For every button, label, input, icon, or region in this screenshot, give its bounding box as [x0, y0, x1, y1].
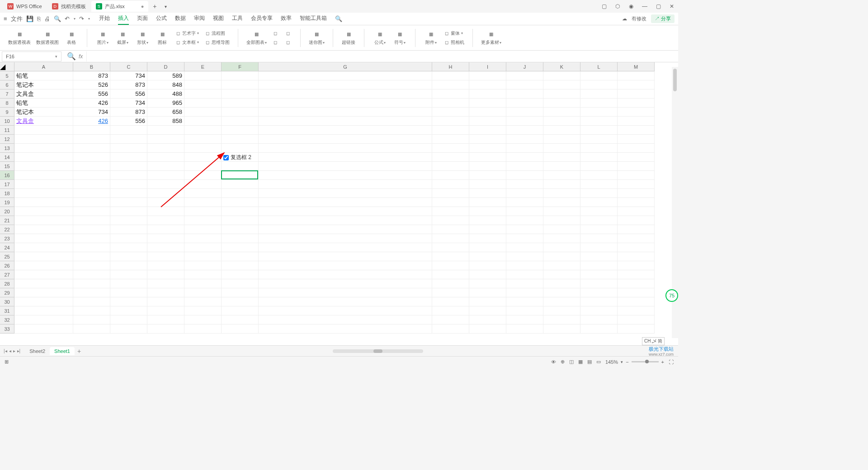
cell[interactable]	[184, 162, 222, 171]
cell[interactable]	[14, 279, 73, 288]
cell[interactable]	[469, 243, 506, 252]
cell[interactable]	[543, 225, 580, 234]
cell[interactable]	[14, 315, 73, 324]
cell[interactable]	[580, 108, 618, 117]
cell[interactable]	[432, 108, 469, 117]
ribbon-button[interactable]: ◻	[270, 38, 281, 47]
cell[interactable]	[580, 315, 618, 324]
cell[interactable]	[184, 108, 222, 117]
user-avatar-icon[interactable]: ◉	[627, 3, 635, 10]
cell[interactable]: 铅笔	[14, 99, 73, 108]
cell[interactable]	[469, 99, 506, 108]
sheet-last-icon[interactable]: ▸|	[17, 348, 21, 353]
cell[interactable]	[469, 306, 506, 315]
floating-badge[interactable]: 75	[665, 289, 678, 302]
row-header[interactable]: 5	[0, 71, 14, 80]
cell[interactable]	[618, 108, 655, 117]
cell[interactable]	[432, 279, 469, 288]
cell[interactable]	[432, 162, 469, 171]
row-header[interactable]: 26	[0, 261, 14, 270]
row-header[interactable]: 15	[0, 162, 14, 171]
column-header[interactable]: G	[259, 62, 432, 71]
cell[interactable]	[432, 126, 469, 135]
ribbon-tab[interactable]: 会员专享	[251, 13, 273, 25]
cell[interactable]	[14, 153, 73, 162]
column-header[interactable]: H	[432, 62, 469, 71]
cell[interactable]: 铅笔	[14, 71, 73, 80]
column-header[interactable]: E	[184, 62, 222, 71]
cell[interactable]	[469, 207, 506, 216]
cell[interactable]	[469, 189, 506, 198]
cell[interactable]	[543, 207, 580, 216]
cell[interactable]	[543, 126, 580, 135]
cell[interactable]	[506, 270, 543, 279]
ribbon-tab[interactable]: 公式	[156, 13, 167, 25]
cell[interactable]	[618, 225, 655, 234]
cell[interactable]	[184, 135, 222, 144]
cell[interactable]	[618, 243, 655, 252]
cell[interactable]	[506, 126, 543, 135]
ribbon-tab[interactable]: 开始	[99, 13, 110, 25]
row-header[interactable]: 10	[0, 117, 14, 126]
cell[interactable]	[580, 279, 618, 288]
cell[interactable]	[506, 89, 543, 99]
cell[interactable]	[506, 135, 543, 144]
cell[interactable]	[259, 89, 432, 99]
cell[interactable]	[469, 270, 506, 279]
cell[interactable]	[222, 117, 259, 126]
cell[interactable]	[259, 207, 432, 216]
cell[interactable]	[222, 324, 259, 334]
cell[interactable]	[184, 189, 222, 198]
row-header[interactable]: 11	[0, 126, 14, 135]
cell[interactable]	[147, 126, 184, 135]
row-header[interactable]: 27	[0, 270, 14, 279]
cell[interactable]	[469, 198, 506, 207]
fullscreen-icon[interactable]: ⛶	[669, 359, 674, 365]
cell[interactable]	[14, 252, 73, 261]
ribbon-tab[interactable]: 审阅	[194, 13, 205, 25]
cell[interactable]: 556	[73, 89, 110, 99]
ribbon-button[interactable]: ◻	[270, 29, 281, 38]
cell[interactable]	[184, 306, 222, 315]
cell[interactable]	[184, 171, 222, 180]
view-eye-icon[interactable]: 👁	[551, 359, 556, 365]
ribbon-button[interactable]: ▦形状▾	[133, 29, 151, 47]
cell[interactable]	[506, 261, 543, 270]
cell[interactable]	[432, 315, 469, 324]
view-page-icon[interactable]: ▤	[587, 359, 592, 365]
cell[interactable]	[506, 144, 543, 153]
cell[interactable]	[147, 261, 184, 270]
row-header[interactable]: 28	[0, 279, 14, 288]
cell[interactable]	[432, 234, 469, 243]
cell[interactable]	[259, 279, 432, 288]
row-header[interactable]: 19	[0, 198, 14, 207]
row-header[interactable]: 13	[0, 144, 14, 153]
view-normal-icon[interactable]: ▦	[578, 359, 583, 365]
file-menu[interactable]: 文件	[11, 15, 23, 23]
row-header[interactable]: 16	[0, 171, 14, 180]
cell[interactable]	[222, 108, 259, 117]
cell[interactable]	[543, 261, 580, 270]
ribbon-button[interactable]: ▦表格	[62, 29, 80, 47]
cell[interactable]	[432, 71, 469, 80]
cell[interactable]	[543, 279, 580, 288]
column-header[interactable]: B	[73, 62, 110, 71]
ribbon-button[interactable]: ▦公式▾	[371, 29, 389, 47]
cell[interactable]	[506, 216, 543, 225]
cell[interactable]: 734	[73, 108, 110, 117]
cell[interactable]	[222, 297, 259, 306]
search-icon[interactable]: 🔍	[335, 15, 342, 22]
cell[interactable]	[543, 315, 580, 324]
cell[interactable]	[469, 234, 506, 243]
cell[interactable]	[222, 189, 259, 198]
cell[interactable]	[110, 225, 147, 234]
row-header[interactable]: 20	[0, 207, 14, 216]
row-header[interactable]: 14	[0, 153, 14, 162]
document-tab[interactable]: WWPS Office	[3, 1, 47, 12]
cell[interactable]	[580, 126, 618, 135]
cell[interactable]	[580, 270, 618, 279]
ribbon-tab[interactable]: 页面	[137, 13, 148, 25]
cell[interactable]	[73, 279, 110, 288]
cell[interactable]	[73, 216, 110, 225]
cell[interactable]	[506, 99, 543, 108]
